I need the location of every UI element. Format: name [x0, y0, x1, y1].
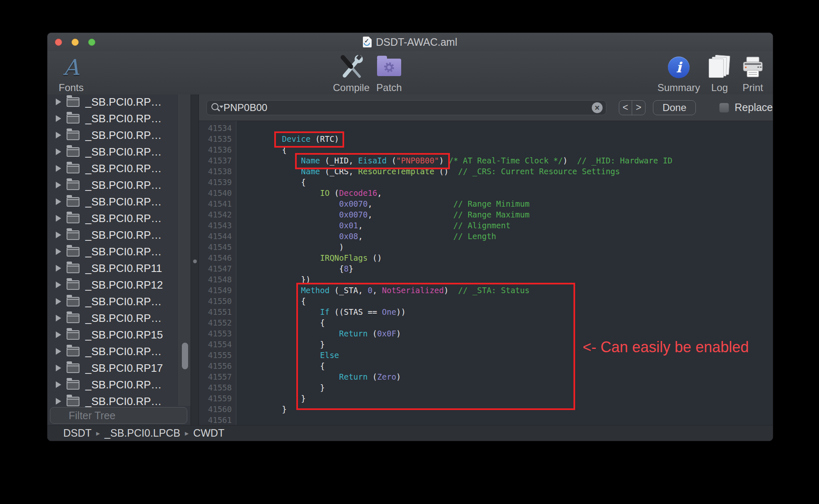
tree-item[interactable]: _SB.PCI0.RP…	[47, 110, 179, 127]
disclosure-triangle-icon[interactable]	[56, 265, 61, 272]
zoom-button[interactable]	[88, 39, 95, 46]
tree-item[interactable]: _SB.PCI0.RP11	[47, 260, 179, 277]
disclosure-triangle-icon[interactable]	[56, 165, 61, 172]
split-divider[interactable]	[191, 94, 199, 425]
breadcrumb-separator-icon: ▸	[185, 429, 189, 438]
breadcrumb-item[interactable]: DSDT	[63, 427, 92, 439]
find-nav-segment: < >	[619, 100, 645, 115]
code-line[interactable]: 0x0070, // Range Maximum	[244, 209, 773, 220]
tree-item[interactable]: _SB.PCI0.RP…	[47, 227, 179, 243]
code-line[interactable]: )	[244, 242, 773, 252]
tree-item[interactable]: _SB.PCI0.RP…	[47, 193, 179, 210]
code-line[interactable]: 0x01, // Alignment	[244, 220, 773, 231]
disclosure-triangle-icon[interactable]	[56, 298, 61, 305]
disclosure-triangle-icon[interactable]	[56, 282, 61, 288]
tree-item-label: _SB.PCI0.RP…	[85, 129, 162, 142]
tree-item-label: _SB.PCI0.RP…	[85, 345, 162, 358]
window-title: DSDT-AWAC.aml	[376, 36, 457, 48]
breadcrumb: DSDT▸_SB.PCI0.LPCB▸CWDT	[63, 427, 224, 439]
disclosure-triangle-icon[interactable]	[56, 365, 61, 371]
fonts-button[interactable]: A Fonts	[52, 54, 90, 94]
log-button[interactable]: Log	[702, 54, 737, 94]
disclosure-triangle-icon[interactable]	[56, 315, 61, 321]
line-number: 41547	[199, 263, 232, 274]
tree-item[interactable]: _SB.PCI0.RP…	[47, 210, 179, 227]
annotation-note: <- Can easily be enabled	[583, 338, 749, 356]
patch-button[interactable]: Patch	[366, 54, 412, 94]
summary-button[interactable]: i Summary	[656, 54, 702, 94]
find-next-button[interactable]: >	[632, 101, 645, 115]
replace-checkbox[interactable]	[719, 103, 729, 113]
search-field[interactable]: ×	[206, 100, 606, 115]
printer-icon	[741, 54, 765, 81]
disclosure-triangle-icon[interactable]	[56, 381, 61, 388]
disclosure-triangle-icon[interactable]	[56, 115, 61, 122]
folder-icon	[67, 114, 79, 124]
disclosure-triangle-icon[interactable]	[56, 248, 61, 255]
tree-item[interactable]: _SB.PCI0.RP15	[47, 326, 179, 343]
folder-icon	[67, 131, 79, 140]
tree-item-label: _SB.PCI0.RP…	[85, 229, 162, 242]
line-number: 41556	[199, 361, 232, 371]
tree-item[interactable]: _SB.PCI0.RP…	[47, 143, 179, 160]
folder-icon	[67, 380, 79, 390]
code-line[interactable]	[244, 415, 773, 425]
disclosure-triangle-icon[interactable]	[56, 232, 61, 238]
code-line[interactable]: IRQNoFlags ()	[244, 252, 773, 263]
disclosure-triangle-icon[interactable]	[56, 398, 61, 405]
chevron-down-icon	[219, 106, 223, 108]
fonts-icon: A	[63, 57, 79, 78]
disclosure-triangle-icon[interactable]	[56, 348, 61, 355]
line-number: 41549	[199, 285, 232, 296]
code-line[interactable]: 0x08, // Length	[244, 231, 773, 242]
folder-icon	[67, 247, 79, 257]
minimize-button[interactable]	[72, 39, 79, 46]
code-line[interactable]: IO (Decode16,	[244, 188, 773, 198]
done-button[interactable]: Done	[653, 100, 696, 115]
code-line[interactable]: {8}	[244, 263, 773, 274]
tree-item[interactable]: _SB.PCI0.RP…	[47, 127, 179, 143]
tree-item[interactable]: _SB.PCI0.RP…	[47, 376, 179, 393]
folder-icon	[67, 314, 79, 323]
disclosure-triangle-icon[interactable]	[56, 132, 61, 138]
search-input[interactable]	[223, 102, 592, 114]
tree-item[interactable]: _SB.PCI0.RP…	[47, 160, 179, 177]
breadcrumb-item[interactable]: CWDT	[193, 427, 224, 439]
code-line[interactable]: {	[244, 177, 773, 188]
find-previous-button[interactable]: <	[619, 101, 632, 115]
disclosure-triangle-icon[interactable]	[56, 148, 61, 155]
breadcrumb-item[interactable]: _SB.PCI0.LPCB	[104, 427, 180, 439]
line-number: 41559	[199, 393, 232, 404]
code-line[interactable]: 0x0070, // Range Minimum	[244, 198, 773, 209]
close-button[interactable]	[55, 39, 62, 46]
print-button[interactable]: Print	[735, 54, 771, 94]
sidebar-scrollbar[interactable]	[179, 94, 191, 406]
find-bar: × < > Done Replace	[199, 94, 773, 121]
clear-search-button[interactable]: ×	[592, 102, 603, 113]
disclosure-triangle-icon[interactable]	[56, 99, 61, 105]
disclosure-triangle-icon[interactable]	[56, 215, 61, 222]
tree-item[interactable]: _SB.PCI0.RP…	[47, 177, 179, 193]
tree-item[interactable]: _SB.PCI0.RP17	[47, 360, 179, 376]
line-number: 41544	[199, 231, 232, 242]
disclosure-triangle-icon[interactable]	[56, 331, 61, 338]
annotation-box-name-hid	[295, 153, 450, 169]
titlebar[interactable]: DSDT-AWAC.aml	[47, 33, 773, 51]
tree-item[interactable]: _SB.PCI0.RP…	[47, 243, 179, 260]
disclosure-triangle-icon[interactable]	[56, 182, 61, 188]
divider-dimple[interactable]	[193, 259, 197, 263]
sidebar-scrollbar-thumb[interactable]	[182, 343, 188, 369]
filter-tree-input[interactable]	[50, 407, 187, 424]
tree-item[interactable]: _SB.PCI0.RP…	[47, 94, 179, 110]
line-number-gutter: 4153441535415364153741538415394154041541…	[199, 121, 236, 425]
tree-item[interactable]: _SB.PCI0.RP12	[47, 277, 179, 293]
tree-item[interactable]: _SB.PCI0.RP…	[47, 310, 179, 326]
document-icon	[363, 37, 372, 47]
disclosure-triangle-icon[interactable]	[56, 198, 61, 205]
line-number: 41535	[199, 133, 232, 144]
tree-item[interactable]: _SB.PCI0.RP…	[47, 293, 179, 310]
line-number: 41539	[199, 177, 232, 188]
tree-item[interactable]: _SB.PCI0.RP…	[47, 343, 179, 360]
line-number: 41538	[199, 166, 232, 177]
tree-item-label: _SB.PCI0.RP…	[85, 162, 162, 175]
